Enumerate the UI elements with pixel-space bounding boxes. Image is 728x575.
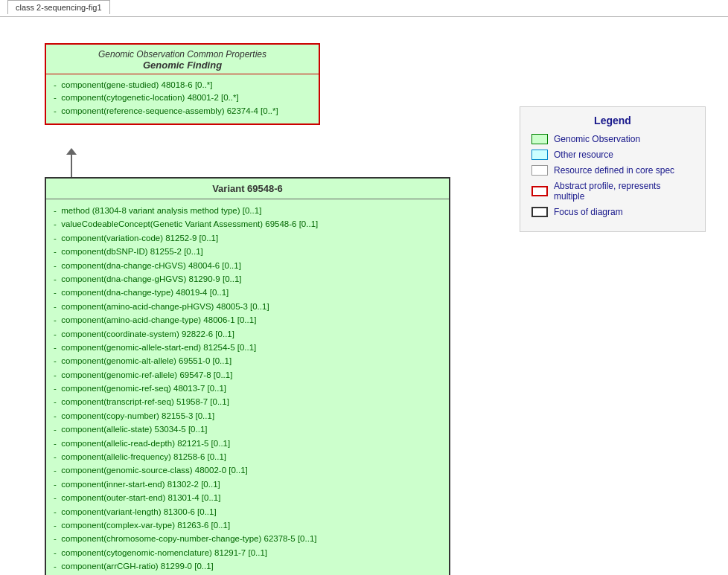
list-item: - component(copy-number) 82155-3 [0..1] (54, 409, 441, 423)
tab-label: class 2-sequencing-fig1 (7, 0, 110, 14)
content-area: Genomic Observation Common Properties Ge… (0, 16, 728, 575)
list-item: - component(outer-start-end) 81301-4 [0.… (54, 491, 441, 504)
legend-label-genomic: Genomic Observation (554, 134, 640, 144)
legend-label-abstract: Abstract profile, represents multiple (554, 181, 694, 202)
legend-label-focus: Focus of diagram (554, 207, 623, 217)
legend-item-abstract: Abstract profile, represents multiple (531, 181, 694, 202)
list-item: - component(genomic-alt-allele) 69551-0 … (54, 354, 441, 367)
main-container: class 2-sequencing-fig1 Genomic Observat… (0, 0, 728, 575)
list-item: - component(dna-change-type) 48019-4 [0.… (54, 286, 441, 299)
list-item: - component(gene-studied) 48018-6 [0..*] (54, 79, 311, 91)
arrow-vertical (71, 153, 72, 179)
variant-header: Variant 69548-6 (46, 179, 449, 199)
legend-swatch-green (531, 134, 548, 144)
list-item: - component(genomic-source-class) 48002-… (54, 463, 441, 477)
list-item: - component(cytogenomic-nomenclature) 81… (54, 546, 441, 559)
list-item: - component(inner-start-end) 81302-2 [0.… (54, 478, 441, 491)
list-item: - component(reference-sequence-assembly)… (54, 105, 311, 118)
genomic-finding-body: - component(gene-studied) 48018-6 [0..*]… (46, 74, 319, 123)
list-item: - component(arrCGH-ratio) 81299-0 [0..1] (54, 559, 441, 573)
genomic-finding-title1: Genomic Observation Common Properties (52, 49, 313, 60)
list-item: - component(amino-acid-change-pHGVS) 480… (54, 300, 441, 313)
legend-box: Legend Genomic Observation Other resourc… (520, 106, 706, 232)
legend-item-core: Resource defined in core spec (531, 165, 694, 176)
list-item: - component(cytogenetic-location) 48001-… (54, 91, 311, 104)
list-item: - component(dna-change-gHGVS) 81290-9 [0… (54, 272, 441, 286)
legend-item-other: Other resource (531, 150, 694, 160)
list-item: - component(genomic-ref-allele) 69547-8 … (54, 368, 441, 382)
genomic-finding-box: Genomic Observation Common Properties Ge… (45, 43, 320, 125)
list-item: - component(allelic-frequency) 81258-6 [… (54, 450, 441, 463)
legend-item-focus: Focus of diagram (531, 207, 694, 217)
list-item: - component(genomic-ref-seq) 48013-7 [0.… (54, 382, 441, 395)
legend-swatch-red (531, 186, 548, 196)
list-item: - component(chromosome-copy-number-chang… (54, 532, 441, 545)
list-item: - component(complex-var-type) 81263-6 [0… (54, 518, 441, 532)
legend-label-other: Other resource (554, 150, 613, 160)
list-item: - component(amino-acid-change-type) 4800… (54, 313, 441, 327)
list-item: - component(allelic-read-depth) 82121-5 … (54, 437, 441, 450)
list-item: - valueCodeableConcept(Genetic Variant A… (54, 217, 441, 231)
legend-item-genomic: Genomic Observation (531, 134, 694, 144)
list-item: - component(coordinate-system) 92822-6 [… (54, 327, 441, 341)
list-item: - component(genomic-allele-start-end) 81… (54, 341, 441, 354)
variant-box: Variant 69548-6 - method (81304-8 varian… (45, 177, 450, 575)
legend-label-core: Resource defined in core spec (554, 165, 674, 176)
list-item: - component(variant-length) 81300-6 [0..… (54, 505, 441, 518)
legend-swatch-blue (531, 150, 548, 160)
arrow-head (66, 148, 77, 155)
tab-text: class 2-sequencing-fig1 (16, 3, 102, 12)
list-item: - method (81304-8 variant analysis metho… (54, 204, 441, 217)
list-item: - component(transcript-ref-seq) 51958-7 … (54, 395, 441, 408)
list-item: - component(dbSNP-ID) 81255-2 [0..1] (54, 245, 441, 258)
list-item: - component(allelic-state) 53034-5 [0..1… (54, 423, 441, 436)
genomic-finding-header: Genomic Observation Common Properties Ge… (46, 45, 319, 74)
genomic-finding-title2: Genomic Finding (52, 60, 313, 71)
list-item: - component(dna-change-cHGVS) 48004-6 [0… (54, 259, 441, 272)
legend-title: Legend (531, 115, 694, 126)
legend-swatch-white (531, 165, 548, 176)
list-item: - component(variation-code) 81252-9 [0..… (54, 231, 441, 245)
legend-swatch-black (531, 207, 548, 217)
variant-body: - method (81304-8 variant analysis metho… (46, 199, 449, 575)
